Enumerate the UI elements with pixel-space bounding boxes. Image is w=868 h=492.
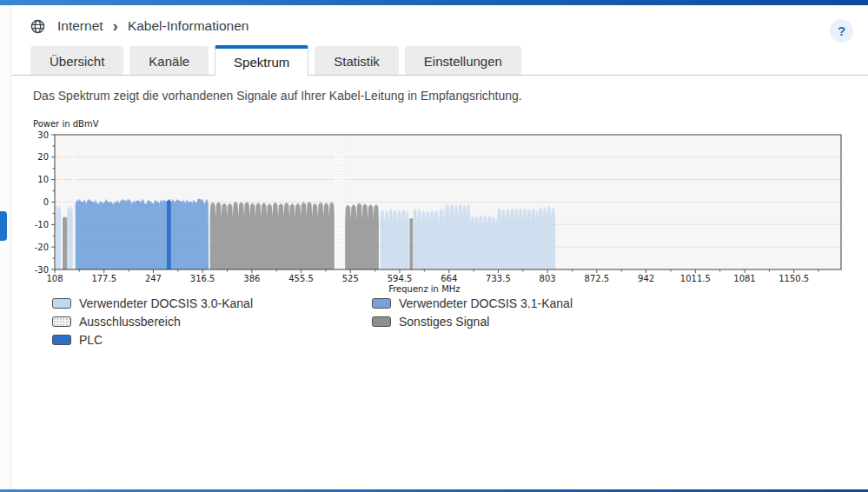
svg-text:316.5: 316.5 (190, 274, 215, 283)
chart-legend: Verwendeter DOCSIS 3.0-Kanal Ausschlussb… (52, 296, 868, 347)
svg-text:20: 20 (37, 152, 49, 162)
tab-kanaele[interactable]: Kanäle (129, 46, 209, 75)
breadcrumb-chevron-icon: › (113, 20, 118, 32)
svg-text:0: 0 (43, 197, 49, 207)
svg-text:30: 30 (37, 130, 49, 140)
legend-swatch-docsis30 (52, 298, 71, 309)
svg-text:247: 247 (145, 274, 162, 283)
svg-text:1150.5: 1150.5 (779, 274, 809, 283)
svg-text:Frequenz in MHz: Frequenz in MHz (388, 284, 460, 294)
svg-text:10: 10 (37, 175, 49, 184)
legend-item-docsis30: Verwendeter DOCSIS 3.0-Kanal (52, 296, 372, 310)
page-title: Kabel-Informationen (128, 18, 249, 34)
tab-einstellungen[interactable]: Einstellungen (405, 46, 521, 75)
legend-item-other: Sonstiges Signal (372, 315, 573, 329)
svg-text:525: 525 (342, 274, 359, 283)
page: Internet › Kabel-Informationen ? Übersic… (12, 5, 868, 489)
tab-uebersicht[interactable]: Übersicht (30, 46, 123, 75)
legend-item-exclusion: Ausschlussbereich (52, 315, 372, 329)
legend-swatch-exclusion (52, 316, 71, 327)
legend-label-exclusion: Ausschlussbereich (79, 315, 181, 329)
svg-text:942: 942 (638, 274, 654, 283)
internet-globe-icon (30, 19, 45, 34)
legend-swatch-other (372, 316, 391, 327)
breadcrumb-section[interactable]: Internet (57, 18, 103, 34)
spectrum-chart-container: 3020100-10-20-30108177.5247316.5386455.5… (26, 116, 868, 296)
svg-text:455.5: 455.5 (288, 274, 314, 283)
legend-swatch-plc (52, 335, 71, 345)
tab-bar: Übersicht Kanäle Spektrum Statistik Eins… (12, 45, 868, 76)
svg-text:733.5: 733.5 (486, 274, 511, 283)
svg-text:594.5: 594.5 (388, 274, 413, 283)
legend-label-other: Sonstiges Signal (399, 315, 489, 329)
spectrum-chart: 3020100-10-20-30108177.5247316.5386455.5… (26, 116, 851, 296)
svg-text:Power in dBmV: Power in dBmV (33, 119, 99, 129)
svg-text:1011.5: 1011.5 (680, 274, 711, 283)
legend-label-docsis31: Verwendeter DOCSIS 3.1-Kanal (399, 296, 573, 310)
svg-text:664: 664 (441, 274, 457, 283)
svg-text:803: 803 (540, 274, 556, 283)
legend-item-docsis31: Verwendeter DOCSIS 3.1-Kanal (372, 296, 573, 310)
spectrum-description: Das Spektrum zeigt die vorhandenen Signa… (33, 89, 868, 103)
svg-text:-20: -20 (35, 243, 49, 252)
svg-text:108: 108 (46, 274, 63, 283)
svg-text:1081: 1081 (733, 274, 755, 283)
svg-text:-10: -10 (35, 220, 49, 229)
svg-text:386: 386 (243, 274, 260, 283)
tab-statistik[interactable]: Statistik (315, 46, 399, 75)
legend-swatch-docsis31 (372, 298, 391, 309)
sidebar-expand-handle[interactable] (0, 211, 7, 241)
tab-spektrum[interactable]: Spektrum (215, 45, 308, 76)
help-button[interactable]: ? (830, 19, 853, 43)
legend-label-plc: PLC (79, 333, 103, 347)
left-sidebar-gutter (0, 5, 11, 489)
breadcrumb: Internet › Kabel-Informationen (12, 5, 868, 34)
svg-text:872.5: 872.5 (585, 274, 610, 283)
svg-text:177.5: 177.5 (91, 274, 116, 283)
legend-item-plc: PLC (52, 333, 372, 347)
legend-label-docsis30: Verwendeter DOCSIS 3.0-Kanal (79, 296, 253, 310)
